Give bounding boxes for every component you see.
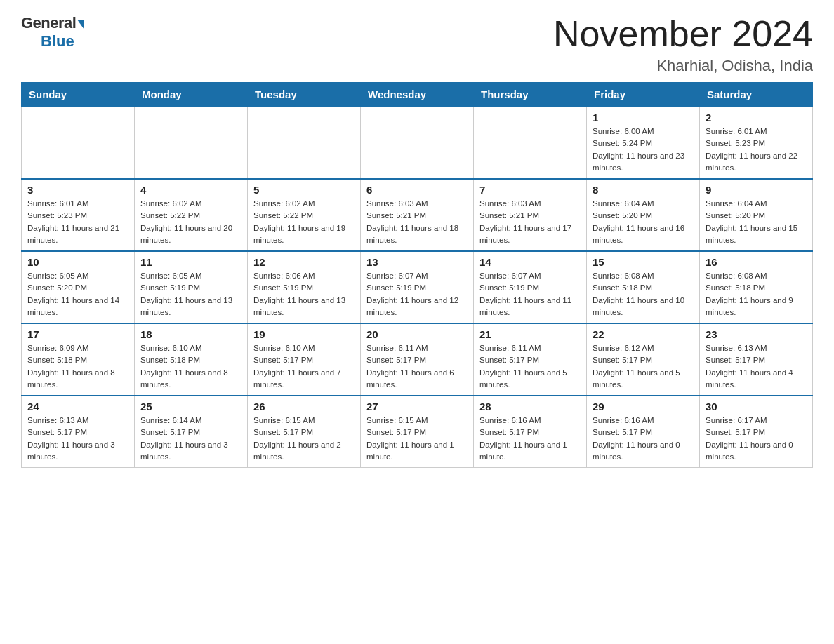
day-info: Sunrise: 6:15 AM Sunset: 5:17 PM Dayligh… bbox=[366, 415, 468, 463]
day-info: Sunrise: 6:12 AM Sunset: 5:17 PM Dayligh… bbox=[593, 342, 694, 391]
day-info: Sunrise: 6:03 AM Sunset: 5:21 PM Dayligh… bbox=[366, 198, 468, 246]
day-info: Sunrise: 6:13 AM Sunset: 5:17 PM Dayligh… bbox=[706, 342, 807, 391]
calendar-cell: 29Sunrise: 6:16 AM Sunset: 5:17 PM Dayli… bbox=[587, 396, 700, 468]
calendar-cell: 6Sunrise: 6:03 AM Sunset: 5:21 PM Daylig… bbox=[361, 179, 474, 251]
calendar-cell bbox=[135, 107, 248, 179]
calendar-week-5: 24Sunrise: 6:13 AM Sunset: 5:17 PM Dayli… bbox=[22, 396, 813, 468]
calendar-cell: 24Sunrise: 6:13 AM Sunset: 5:17 PM Dayli… bbox=[22, 396, 135, 468]
day-info: Sunrise: 6:03 AM Sunset: 5:21 PM Dayligh… bbox=[479, 198, 581, 246]
day-number: 13 bbox=[366, 256, 468, 268]
calendar-week-1: 1Sunrise: 6:00 AM Sunset: 5:24 PM Daylig… bbox=[22, 107, 813, 179]
day-info: Sunrise: 6:10 AM Sunset: 5:17 PM Dayligh… bbox=[253, 342, 355, 391]
day-info: Sunrise: 6:01 AM Sunset: 5:23 PM Dayligh… bbox=[706, 126, 807, 174]
calendar-cell bbox=[361, 107, 474, 179]
calendar-cell: 16Sunrise: 6:08 AM Sunset: 5:18 PM Dayli… bbox=[700, 251, 813, 323]
location-subtitle: Kharhial, Odisha, India bbox=[553, 57, 813, 75]
day-info: Sunrise: 6:11 AM Sunset: 5:17 PM Dayligh… bbox=[366, 342, 468, 391]
calendar-header-thursday: Thursday bbox=[474, 83, 587, 107]
day-number: 3 bbox=[27, 184, 128, 196]
calendar-cell: 12Sunrise: 6:06 AM Sunset: 5:19 PM Dayli… bbox=[248, 251, 361, 323]
calendar-header-saturday: Saturday bbox=[700, 83, 813, 107]
calendar-cell: 23Sunrise: 6:13 AM Sunset: 5:17 PM Dayli… bbox=[700, 323, 813, 396]
day-number: 23 bbox=[706, 328, 807, 340]
day-number: 12 bbox=[253, 256, 355, 268]
day-info: Sunrise: 6:06 AM Sunset: 5:19 PM Dayligh… bbox=[253, 270, 355, 318]
day-number: 25 bbox=[140, 401, 241, 412]
day-info: Sunrise: 6:08 AM Sunset: 5:18 PM Dayligh… bbox=[706, 270, 807, 318]
calendar-cell bbox=[474, 107, 587, 179]
day-info: Sunrise: 6:17 AM Sunset: 5:17 PM Dayligh… bbox=[706, 415, 807, 463]
day-number: 4 bbox=[140, 184, 241, 196]
day-info: Sunrise: 6:10 AM Sunset: 5:18 PM Dayligh… bbox=[140, 342, 241, 391]
title-block: November 2024 Kharhial, Odisha, India bbox=[553, 14, 813, 75]
calendar-header-sunday: Sunday bbox=[22, 83, 135, 107]
day-number: 26 bbox=[253, 401, 355, 412]
calendar-body: 1Sunrise: 6:00 AM Sunset: 5:24 PM Daylig… bbox=[22, 107, 813, 468]
logo-arrow-icon bbox=[77, 20, 84, 29]
day-info: Sunrise: 6:08 AM Sunset: 5:18 PM Dayligh… bbox=[593, 270, 694, 318]
day-info: Sunrise: 6:02 AM Sunset: 5:22 PM Dayligh… bbox=[140, 198, 241, 246]
calendar-cell: 25Sunrise: 6:14 AM Sunset: 5:17 PM Dayli… bbox=[135, 396, 248, 468]
day-number: 17 bbox=[27, 328, 128, 340]
calendar-cell: 18Sunrise: 6:10 AM Sunset: 5:18 PM Dayli… bbox=[135, 323, 248, 396]
calendar-cell: 20Sunrise: 6:11 AM Sunset: 5:17 PM Dayli… bbox=[361, 323, 474, 396]
day-number: 2 bbox=[706, 112, 807, 123]
calendar-cell: 26Sunrise: 6:15 AM Sunset: 5:17 PM Dayli… bbox=[248, 396, 361, 468]
day-number: 5 bbox=[253, 184, 355, 196]
logo-blue-text: Blue bbox=[41, 32, 74, 51]
calendar-cell: 11Sunrise: 6:05 AM Sunset: 5:19 PM Dayli… bbox=[135, 251, 248, 323]
calendar-cell: 14Sunrise: 6:07 AM Sunset: 5:19 PM Dayli… bbox=[474, 251, 587, 323]
day-number: 7 bbox=[479, 184, 581, 196]
day-info: Sunrise: 6:11 AM Sunset: 5:17 PM Dayligh… bbox=[479, 342, 581, 391]
calendar-cell: 5Sunrise: 6:02 AM Sunset: 5:22 PM Daylig… bbox=[248, 179, 361, 251]
calendar-cell bbox=[22, 107, 135, 179]
day-number: 22 bbox=[593, 328, 694, 340]
calendar-week-4: 17Sunrise: 6:09 AM Sunset: 5:18 PM Dayli… bbox=[22, 323, 813, 396]
calendar-cell: 2Sunrise: 6:01 AM Sunset: 5:23 PM Daylig… bbox=[700, 107, 813, 179]
day-info: Sunrise: 6:07 AM Sunset: 5:19 PM Dayligh… bbox=[479, 270, 581, 318]
calendar-cell: 3Sunrise: 6:01 AM Sunset: 5:23 PM Daylig… bbox=[22, 179, 135, 251]
calendar-header-friday: Friday bbox=[587, 83, 700, 107]
day-number: 27 bbox=[366, 401, 468, 412]
day-info: Sunrise: 6:09 AM Sunset: 5:18 PM Dayligh… bbox=[27, 342, 128, 391]
calendar-cell: 27Sunrise: 6:15 AM Sunset: 5:17 PM Dayli… bbox=[361, 396, 474, 468]
calendar-week-2: 3Sunrise: 6:01 AM Sunset: 5:23 PM Daylig… bbox=[22, 179, 813, 251]
day-info: Sunrise: 6:04 AM Sunset: 5:20 PM Dayligh… bbox=[706, 198, 807, 246]
day-number: 11 bbox=[140, 256, 241, 268]
page-header: General Blue November 2024 Kharhial, Odi… bbox=[21, 14, 813, 75]
calendar-header-wednesday: Wednesday bbox=[361, 83, 474, 107]
day-number: 18 bbox=[140, 328, 241, 340]
calendar-cell bbox=[248, 107, 361, 179]
day-info: Sunrise: 6:14 AM Sunset: 5:17 PM Dayligh… bbox=[140, 415, 241, 463]
calendar-cell: 17Sunrise: 6:09 AM Sunset: 5:18 PM Dayli… bbox=[22, 323, 135, 396]
day-number: 30 bbox=[706, 401, 807, 412]
calendar-cell: 9Sunrise: 6:04 AM Sunset: 5:20 PM Daylig… bbox=[700, 179, 813, 251]
day-info: Sunrise: 6:05 AM Sunset: 5:19 PM Dayligh… bbox=[140, 270, 241, 318]
logo-general-text: General bbox=[21, 14, 76, 32]
calendar-header-tuesday: Tuesday bbox=[248, 83, 361, 107]
day-number: 1 bbox=[593, 112, 694, 123]
month-title: November 2024 bbox=[553, 14, 813, 54]
day-info: Sunrise: 6:00 AM Sunset: 5:24 PM Dayligh… bbox=[593, 126, 694, 174]
calendar-cell: 10Sunrise: 6:05 AM Sunset: 5:20 PM Dayli… bbox=[22, 251, 135, 323]
day-info: Sunrise: 6:02 AM Sunset: 5:22 PM Dayligh… bbox=[253, 198, 355, 246]
calendar-cell: 30Sunrise: 6:17 AM Sunset: 5:17 PM Dayli… bbox=[700, 396, 813, 468]
calendar-cell: 1Sunrise: 6:00 AM Sunset: 5:24 PM Daylig… bbox=[587, 107, 700, 179]
calendar-header: SundayMondayTuesdayWednesdayThursdayFrid… bbox=[22, 83, 813, 107]
day-info: Sunrise: 6:16 AM Sunset: 5:17 PM Dayligh… bbox=[593, 415, 694, 463]
day-info: Sunrise: 6:04 AM Sunset: 5:20 PM Dayligh… bbox=[593, 198, 694, 246]
day-number: 9 bbox=[706, 184, 807, 196]
logo: General Blue bbox=[21, 14, 84, 51]
day-number: 10 bbox=[27, 256, 128, 268]
day-number: 8 bbox=[593, 184, 694, 196]
day-info: Sunrise: 6:07 AM Sunset: 5:19 PM Dayligh… bbox=[366, 270, 468, 318]
calendar-cell: 13Sunrise: 6:07 AM Sunset: 5:19 PM Dayli… bbox=[361, 251, 474, 323]
day-info: Sunrise: 6:16 AM Sunset: 5:17 PM Dayligh… bbox=[479, 415, 581, 463]
day-number: 16 bbox=[706, 256, 807, 268]
day-info: Sunrise: 6:13 AM Sunset: 5:17 PM Dayligh… bbox=[27, 415, 128, 463]
calendar-table: SundayMondayTuesdayWednesdayThursdayFrid… bbox=[21, 82, 813, 468]
day-number: 15 bbox=[593, 256, 694, 268]
day-info: Sunrise: 6:05 AM Sunset: 5:20 PM Dayligh… bbox=[27, 270, 128, 318]
calendar-cell: 28Sunrise: 6:16 AM Sunset: 5:17 PM Dayli… bbox=[474, 396, 587, 468]
day-info: Sunrise: 6:01 AM Sunset: 5:23 PM Dayligh… bbox=[27, 198, 128, 246]
